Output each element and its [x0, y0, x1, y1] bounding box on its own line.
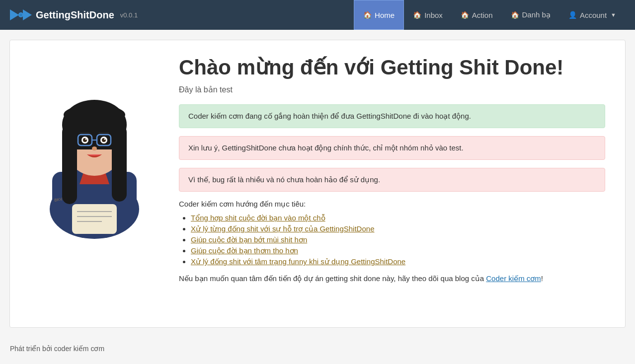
account-dropdown-arrow: ▼ — [611, 12, 616, 18]
svg-marker-0 — [10, 9, 19, 20]
list-item: Tổng hợp shit cuộc đời bạn vào một chỗ — [191, 214, 605, 222]
goals-list: Tổng hợp shit cuộc đời bạn vào một chỗ X… — [179, 214, 605, 266]
brand-version: v0.0.1 — [120, 11, 138, 19]
nav-item-inbox[interactable]: 🏠 Inbox — [404, 0, 452, 30]
page-footer-text: Phát triển bởi coder kiếm cơm — [10, 345, 104, 353]
nav-label-inbox: Inbox — [424, 11, 443, 19]
home-icon: 🏠 — [363, 11, 372, 19]
svg-point-3 — [19, 13, 22, 16]
brand-icon — [10, 9, 32, 20]
footer-text-after: ! — [541, 274, 543, 283]
danh-ba-icon: 🏠 — [511, 11, 519, 19]
goal-link-4[interactable]: Giúp cuộc đời bạn thơm tho hơn — [191, 246, 298, 255]
text-section: Chào mừng đến với Getting Shit Done! Đây… — [179, 55, 605, 283]
alert-green: Coder kiếm cơm đang cố gắng hoàn thiện đ… — [179, 104, 605, 128]
nav-label-action: Action — [472, 11, 493, 19]
list-item: Giúp cuộc đời bạn thơm tho hơn — [191, 246, 605, 255]
navbar-nav: 🏠 Home 🏠 Inbox 🏠 Action 🏠 Danh bạ 👤 Acco… — [354, 0, 625, 30]
sub-heading: Đây là bản test — [179, 85, 605, 94]
nav-label-home: Home — [375, 11, 395, 19]
blog-footer-text: Nếu bạn muốn quan tâm đến tiến độ dự án … — [179, 274, 605, 283]
goal-link-2[interactable]: Xử lý từng đống shit với sự hỗ trợ của G… — [191, 224, 374, 233]
list-item: Giúp cuộc đời bạn bớt mùi shit hơn — [191, 235, 605, 244]
svg-point-31 — [104, 139, 106, 140]
content-wrapper: BKV — [30, 55, 605, 283]
svg-point-30 — [85, 139, 87, 140]
main-heading: Chào mừng đến với Getting Shit Done! — [179, 55, 605, 80]
list-item: Xử lý đống shit với tâm trạng funny khi … — [191, 257, 605, 266]
avatar-section: BKV — [30, 55, 164, 240]
goal-link-5[interactable]: Xử lý đống shit với tâm trạng funny khi … — [191, 257, 405, 266]
main-container: BKV — [9, 40, 626, 328]
svg-point-32 — [92, 146, 97, 150]
account-icon: 👤 — [568, 11, 577, 19]
nav-label-danh-ba: Danh bạ — [522, 10, 551, 19]
svg-point-20 — [64, 105, 125, 125]
svg-rect-9 — [72, 204, 117, 234]
coder-blog-link[interactable]: Coder kiếm cơm — [486, 274, 541, 283]
brand-logo[interactable]: GettingShitDone v0.0.1 — [10, 9, 138, 21]
goal-link-3[interactable]: Giúp cuộc đời bạn bớt mùi shit hơn — [191, 235, 307, 244]
alert-pink-1: Xin lưu ý, GettingShitDone chưa hoạt độn… — [179, 136, 605, 160]
page-footer: Phát triển bởi coder kiếm cơm — [0, 338, 635, 360]
nav-item-home[interactable]: 🏠 Home — [354, 0, 404, 30]
action-icon: 🏠 — [461, 11, 469, 19]
alert-pink-2: Vì thế, bug rất là nhiều và nó chưa hoàn… — [179, 168, 605, 192]
svg-rect-21 — [79, 132, 90, 134]
nav-item-action[interactable]: 🏠 Action — [452, 0, 502, 30]
svg-marker-1 — [23, 9, 32, 20]
goal-link-1[interactable]: Tổng hợp shit cuộc đời bạn vào một chỗ — [191, 214, 325, 222]
footer-text-before: Nếu bạn muốn quan tâm đến tiến độ dự án … — [179, 274, 486, 283]
avatar-illustration: BKV — [30, 55, 159, 239]
list-item: Xử lý từng đống shit với sự hỗ trợ của G… — [191, 224, 605, 233]
goals-intro: Coder kiếm cơm hướng đến mục tiêu: — [179, 200, 605, 209]
brand-name: GettingShitDone — [36, 9, 114, 21]
svg-rect-22 — [98, 132, 109, 134]
inbox-icon: 🏠 — [413, 11, 421, 19]
nav-item-danh-ba[interactable]: 🏠 Danh bạ — [502, 0, 559, 30]
nav-label-account: Account — [580, 11, 607, 19]
navbar: GettingShitDone v0.0.1 🏠 Home 🏠 Inbox 🏠 … — [0, 0, 635, 30]
nav-item-account[interactable]: 👤 Account ▼ — [559, 0, 625, 30]
